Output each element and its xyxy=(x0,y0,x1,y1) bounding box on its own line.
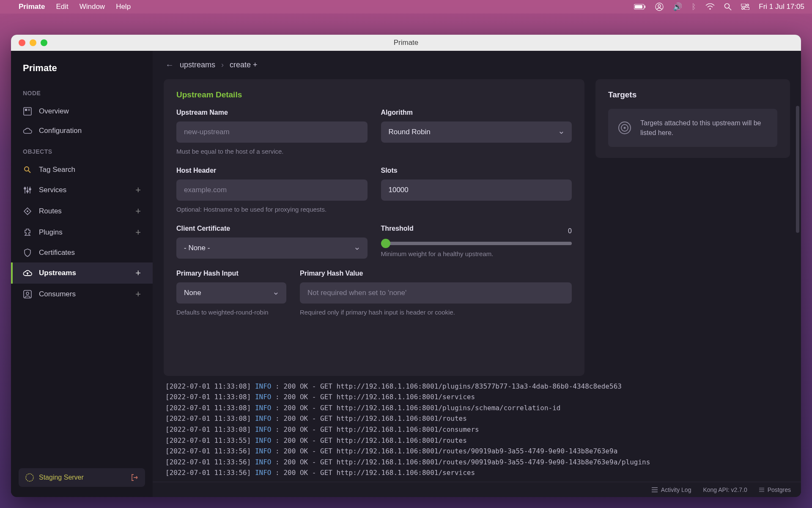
control-center-icon[interactable] xyxy=(741,4,749,10)
svg-point-5 xyxy=(709,8,711,10)
spotlight-icon[interactable] xyxy=(724,3,732,11)
target-icon xyxy=(617,121,632,135)
sidebar-item-label: Consumers xyxy=(39,290,76,298)
slots-input[interactable] xyxy=(381,179,572,201)
breadcrumb-root[interactable]: upstreams xyxy=(180,61,215,69)
field-threshold: Threshold 0 Minimum weight for a healthy… xyxy=(381,225,572,259)
list-icon xyxy=(652,487,658,492)
volume-icon[interactable]: 🔊 xyxy=(673,2,682,11)
sidebar-item-consumers[interactable]: Consumers + xyxy=(11,284,153,305)
sidebar-item-routes[interactable]: Routes + xyxy=(11,201,153,222)
sidebar-item-overview[interactable]: Overview xyxy=(11,102,153,121)
logout-icon[interactable] xyxy=(131,474,138,481)
label-primary-hash-value: Primary Hash Value xyxy=(300,270,572,277)
svg-rect-8 xyxy=(741,4,746,6)
breadcrumb-leaf: create + xyxy=(230,61,258,69)
add-plugin-button[interactable]: + xyxy=(135,227,141,238)
content-scrollbar[interactable] xyxy=(796,106,799,233)
log-line: [2022-07-01 11:33:56] INFO : 200 OK - GE… xyxy=(165,467,792,478)
sidebar-item-label: Routes xyxy=(39,207,62,215)
sidebar-item-plugins[interactable]: Plugins + xyxy=(11,222,153,243)
chevron-right-icon: › xyxy=(221,61,224,69)
menubar-item-help[interactable]: Help xyxy=(116,3,131,11)
svg-point-11 xyxy=(742,8,744,10)
svg-point-28 xyxy=(624,127,626,129)
help-threshold: Minimum weight for a healthy upstream. xyxy=(381,249,572,258)
svg-rect-1 xyxy=(635,5,642,8)
window-close-button[interactable] xyxy=(19,39,25,46)
window-minimize-button[interactable] xyxy=(30,39,36,46)
sidebar-section-node: NODE xyxy=(11,82,153,102)
menubar-app[interactable]: Primate xyxy=(19,3,45,11)
svg-point-6 xyxy=(725,4,730,8)
slider-thumb[interactable] xyxy=(381,239,390,248)
status-db-label: Postgres xyxy=(768,486,791,493)
log-line: [2022-07-01 11:33:56] INFO : 200 OK - GE… xyxy=(165,446,792,457)
wifi-icon[interactable] xyxy=(705,3,715,10)
svg-point-15 xyxy=(25,167,29,171)
menubar-item-edit[interactable]: Edit xyxy=(56,3,68,11)
svg-rect-10 xyxy=(744,7,749,10)
targets-panel: Targets Targets attached to this upstrea… xyxy=(595,79,790,158)
window-titlebar: Primate xyxy=(11,35,801,51)
user-icon[interactable] xyxy=(655,3,664,11)
label-threshold: Threshold xyxy=(381,225,414,232)
primary-hash-input-select[interactable]: None xyxy=(176,282,286,304)
cloud-up-icon xyxy=(23,268,32,278)
sidebar-section-objects: OBJECTS xyxy=(11,141,153,160)
sliders-icon xyxy=(23,185,32,195)
algorithm-select[interactable]: Round Robin xyxy=(381,121,572,143)
server-status-icon xyxy=(25,473,34,482)
add-route-button[interactable]: + xyxy=(135,206,141,217)
plugin-icon xyxy=(23,228,32,237)
label-client-cert: Client Certificate xyxy=(176,225,368,232)
server-selector[interactable]: Staging Server xyxy=(19,468,145,487)
cloud-icon xyxy=(23,126,32,135)
svg-point-9 xyxy=(747,4,749,6)
primary-hash-value-input[interactable] xyxy=(300,282,572,304)
log-line: [2022-07-01 11:33:08] INFO : 200 OK - GE… xyxy=(165,403,792,414)
add-consumer-button[interactable]: + xyxy=(135,289,141,300)
svg-point-4 xyxy=(658,5,661,7)
user-square-icon xyxy=(23,290,32,299)
sidebar-item-tag-search[interactable]: Tag Search xyxy=(11,160,153,179)
sidebar-item-certificates[interactable]: Certificates xyxy=(11,243,153,262)
route-icon xyxy=(23,207,32,216)
bluetooth-off-icon[interactable]: ᛒ xyxy=(691,3,696,11)
status-api-version: Kong API: v2.7.0 xyxy=(703,486,747,493)
status-activity-label: Activity Log xyxy=(661,486,691,493)
breadcrumb-back-button[interactable]: ← xyxy=(165,60,174,70)
field-slots: Slots xyxy=(381,167,572,214)
upstream-name-input[interactable] xyxy=(176,121,368,143)
upstream-form-panel: Upstream Details Upstream Name Must be e… xyxy=(164,79,584,376)
activity-log[interactable]: [2022-07-01 11:33:08] INFO : 200 OK - GE… xyxy=(153,376,801,482)
host-header-input[interactable] xyxy=(176,179,368,201)
menubar-clock[interactable]: Fri 1 Jul 17:05 xyxy=(759,3,804,11)
sidebar-item-label: Certificates xyxy=(39,248,75,257)
window-zoom-button[interactable] xyxy=(41,39,47,46)
field-host-header: Host Header Optional: Hostname to be use… xyxy=(176,167,368,214)
status-database: Postgres xyxy=(759,486,791,493)
sidebar-item-configuration[interactable]: Configuration xyxy=(11,121,153,141)
menubar-item-window[interactable]: Window xyxy=(80,3,105,11)
log-line: [2022-07-01 11:33:08] INFO : 200 OK - GE… xyxy=(165,413,792,424)
threshold-value: 0 xyxy=(568,227,572,235)
svg-rect-13 xyxy=(25,109,27,111)
svg-point-25 xyxy=(26,292,29,295)
add-upstream-button[interactable]: + xyxy=(135,268,141,279)
add-service-button[interactable]: + xyxy=(135,185,141,196)
field-primary-hash-value: Primary Hash Value Required only if prim… xyxy=(300,270,572,317)
sidebar-item-upstreams[interactable]: Upstreams + xyxy=(11,262,153,284)
svg-line-7 xyxy=(729,8,732,11)
sidebar: Primate NODE Overview Configuration OBJE… xyxy=(11,51,153,497)
status-activity-log[interactable]: Activity Log xyxy=(652,486,691,493)
sidebar-item-services[interactable]: Services + xyxy=(11,179,153,201)
label-upstream-name: Upstream Name xyxy=(176,109,368,116)
label-primary-hash-input: Primary Hash Input xyxy=(176,270,286,277)
battery-icon[interactable] xyxy=(634,4,646,10)
client-cert-select[interactable]: - None - xyxy=(176,237,368,259)
help-primary-hash-value: Required only if primary hash input is h… xyxy=(300,308,572,317)
database-icon xyxy=(759,487,764,492)
main-content: ← upstreams › create + Upstream Details … xyxy=(153,51,801,497)
threshold-slider[interactable] xyxy=(381,242,572,245)
